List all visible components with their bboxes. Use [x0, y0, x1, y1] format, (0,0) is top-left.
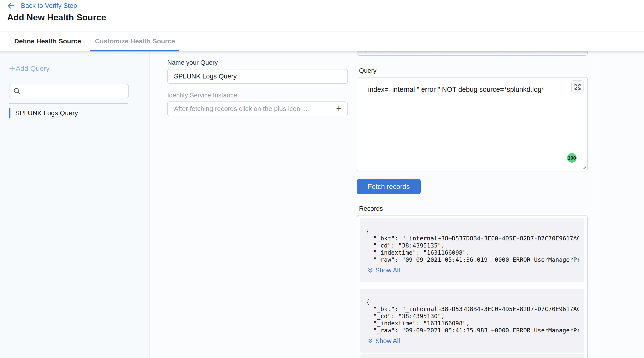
right-panel-divider [599, 51, 599, 358]
fetch-records-button[interactable]: Fetch records [357, 179, 421, 194]
service-instance-label: Identify Service Instance [167, 92, 237, 99]
query-list-item[interactable]: SPLUNK Logs Query [9, 108, 137, 118]
show-all-button[interactable]: Show All [368, 337, 400, 345]
resize-handle-icon[interactable] [582, 164, 586, 170]
records-panel: { "_bkt": "_internal~38~D537D8B4-3EC0-4D… [357, 215, 588, 358]
query-sidebar: + Add Query SPLUNK Logs Query [0, 51, 150, 358]
add-health-source-screen: Back to Verify Step Add New Health Sourc… [0, 0, 644, 358]
query-text: index=_internal " error " NOT debug sour… [368, 86, 544, 93]
show-all-label: Show All [376, 337, 400, 345]
service-instance-field: + [167, 101, 348, 116]
show-all-label: Show All [376, 267, 400, 274]
record-json: { "_bkt": "_internal~38~D537D8B4-3EC0-4D… [366, 299, 579, 334]
page-title: Add New Health Source [7, 12, 106, 22]
record-count-badge: 100 [567, 153, 576, 163]
active-tab-underline [90, 50, 180, 51]
double-chevron-down-icon [368, 338, 373, 344]
app-header: Back to Verify Step Add New Health Sourc… [0, 0, 644, 31]
name-query-label: Name your Query [167, 59, 218, 66]
record-card-partial [360, 355, 584, 358]
plus-icon: + [9, 64, 15, 73]
selected-indicator [9, 108, 10, 118]
sidebar-divider [9, 103, 128, 104]
arrow-left-icon [7, 2, 15, 9]
back-label: Back to Verify Step [21, 2, 77, 9]
tab-customize-health-source[interactable]: Customize Health Source [95, 31, 175, 51]
double-chevron-down-icon [368, 267, 373, 274]
clipped-input[interactable] [357, 51, 588, 56]
add-query-label: Add Query [16, 64, 50, 72]
show-all-button[interactable]: Show All [368, 267, 400, 274]
back-button[interactable]: Back to Verify Step [7, 2, 77, 9]
record-json: { "_bkt": "_internal~38~D537D8B4-3EC0-4D… [366, 228, 579, 263]
tab-bar: Define Health Source Customize Health So… [0, 31, 644, 51]
service-instance-input[interactable] [167, 101, 348, 116]
expand-query-button[interactable] [571, 80, 584, 93]
query-search-input[interactable] [9, 84, 129, 98]
records-label: Records [359, 205, 383, 212]
name-query-input[interactable] [167, 69, 348, 84]
expand-icon [574, 83, 581, 90]
query-item-label: SPLUNK Logs Query [15, 109, 78, 117]
record-card: { "_bkt": "_internal~38~D537D8B4-3EC0-4D… [360, 218, 584, 282]
record-card: { "_bkt": "_internal~38~D537D8B4-3EC0-4D… [360, 289, 584, 353]
add-service-instance-button[interactable]: + [334, 102, 344, 115]
add-query-button[interactable]: + Add Query [9, 64, 50, 73]
query-editor[interactable]: index=_internal " error " NOT debug sour… [357, 77, 588, 171]
content-area: + Add Query SPLUNK Logs Query Name your … [0, 51, 644, 358]
tab-define-health-source[interactable]: Define Health Source [14, 31, 81, 51]
query-label: Query [359, 67, 376, 74]
